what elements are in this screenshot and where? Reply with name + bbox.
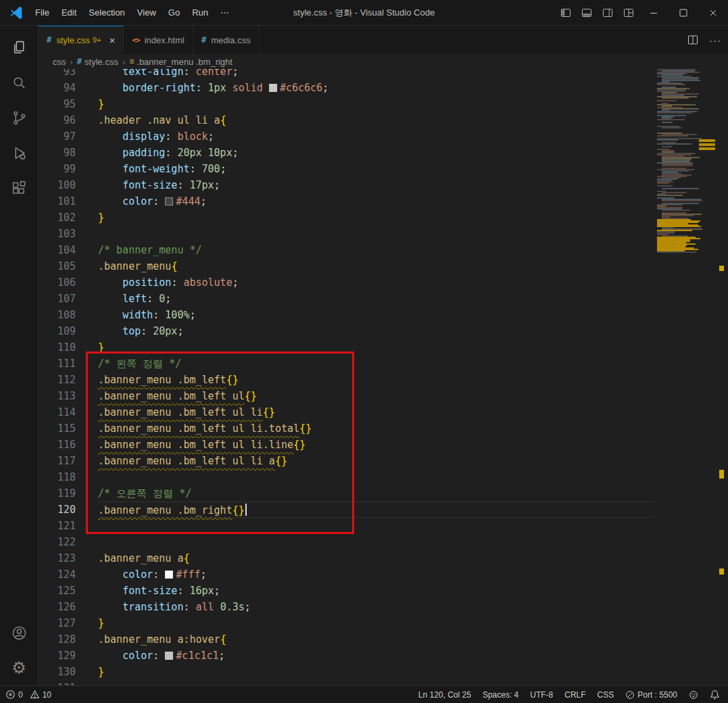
statusbar-cursor-position[interactable]: Ln 120, Col 25 (418, 690, 471, 700)
line-number[interactable]: 126 (39, 599, 98, 615)
tab-media.css[interactable]: #media.css (193, 26, 260, 54)
code-area[interactable]: 93 text-align: center;94 border-right: 1… (39, 69, 654, 685)
statusbar-end-of-line[interactable]: CRLF (564, 690, 585, 700)
line-number[interactable]: 99 (39, 161, 98, 177)
code-line[interactable]: 112.banner_menu .bm_left{} (39, 372, 654, 388)
line-number[interactable]: 112 (39, 372, 98, 388)
line-number[interactable]: 123 (39, 550, 98, 566)
line-number[interactable]: 113 (39, 388, 98, 404)
line-number[interactable]: 107 (39, 291, 98, 307)
activitybar-source-control[interactable] (0, 100, 39, 135)
line-number[interactable]: 116 (39, 437, 98, 453)
statusbar-encoding[interactable]: UTF-8 (530, 690, 553, 700)
line-number[interactable]: 121 (39, 518, 98, 534)
line-number[interactable]: 102 (39, 210, 98, 226)
close-icon[interactable]: × (110, 35, 116, 45)
code-line[interactable]: 102} (39, 210, 654, 226)
line-number[interactable]: 129 (39, 648, 98, 664)
statusbar-indentation[interactable]: Spaces: 4 (483, 690, 518, 700)
breadcrumb-item[interactable]: #style.css (77, 57, 118, 67)
code-line[interactable]: 94 border-right: 1px solid #c6c6c6; (39, 80, 654, 96)
code-line[interactable]: 116.banner_menu .bm_left ul li.line{} (39, 437, 654, 453)
line-number[interactable]: 119 (39, 485, 98, 502)
code-line[interactable]: 101 color: #444; (39, 193, 654, 210)
line-number[interactable]: 127 (39, 615, 98, 631)
code-line[interactable]: 120.banner_menu .bm_right{} (39, 502, 654, 518)
code-line[interactable]: 125 font-size: 16px; (39, 583, 654, 599)
code-line[interactable]: 107 left: 0; (39, 291, 654, 307)
breadcrumb-item[interactable]: ≡.banner_menu .bm_right (129, 57, 233, 67)
maximize-button[interactable] (669, 0, 698, 25)
line-number[interactable]: 109 (39, 323, 98, 339)
code-line[interactable]: 103 (39, 226, 654, 242)
line-number[interactable]: 93 (39, 69, 98, 80)
more-actions-button[interactable]: ··· (709, 34, 721, 46)
code-line[interactable]: 106 position: absolute; (39, 274, 654, 291)
code-line[interactable]: 105.banner_menu{ (39, 258, 654, 274)
line-number[interactable]: 131 (39, 680, 98, 685)
line-number[interactable]: 110 (39, 339, 98, 356)
menu-selection[interactable]: Selection (82, 0, 130, 25)
line-number[interactable]: 118 (39, 469, 98, 485)
code-line[interactable]: 95} (39, 96, 654, 112)
code-line[interactable]: 115.banner_menu .bm_left ul li.total{} (39, 420, 654, 437)
line-number[interactable]: 114 (39, 404, 98, 420)
code-line[interactable]: 128.banner_menu a:hover{ (39, 631, 654, 648)
code-line[interactable]: 108 width: 100%; (39, 307, 654, 323)
line-number[interactable]: 94 (39, 80, 98, 96)
tab-style.css[interactable]: #style.css9+× (39, 26, 124, 54)
statusbar-live-server-port[interactable]: Port : 5500 (625, 690, 677, 700)
code-line[interactable]: 104/* banner_menu */ (39, 242, 654, 258)
activitybar-settings[interactable]: ⚙ (0, 650, 39, 685)
code-line[interactable]: 113.banner_menu .bm_left ul{} (39, 388, 654, 404)
code-line[interactable]: 123.banner_menu a{ (39, 550, 654, 566)
statusbar-language-mode[interactable]: CSS (598, 690, 614, 700)
activitybar-search[interactable] (0, 65, 39, 100)
activitybar-explorer[interactable] (0, 30, 39, 65)
line-number[interactable]: 106 (39, 274, 98, 291)
line-number[interactable]: 125 (39, 583, 98, 599)
line-number[interactable]: 128 (39, 631, 98, 648)
toggle-panel-icon[interactable] (576, 0, 597, 25)
code-line[interactable]: 111/* 왼쪽 정렬 */ (39, 356, 654, 372)
line-number[interactable]: 111 (39, 356, 98, 372)
line-number[interactable]: 100 (39, 177, 98, 193)
line-number[interactable]: 108 (39, 307, 98, 323)
breadcrumb-item[interactable]: css (53, 57, 66, 67)
menu-file[interactable]: File (29, 0, 55, 25)
tab-index.html[interactable]: <>index.html (124, 26, 193, 54)
line-number[interactable]: 98 (39, 145, 98, 161)
code-line[interactable]: 131 (39, 680, 654, 685)
code-line[interactable]: 98 padding: 20px 10px; (39, 145, 654, 161)
code-line[interactable]: 121 (39, 518, 654, 534)
line-number[interactable]: 96 (39, 112, 98, 128)
code-line[interactable]: 119/* 오른쪽 정렬 */ (39, 485, 654, 502)
line-number[interactable]: 103 (39, 226, 98, 242)
minimap[interactable] (656, 69, 717, 685)
menu-edit[interactable]: Edit (55, 0, 82, 25)
line-number[interactable]: 97 (39, 128, 98, 145)
menu-go[interactable]: Go (162, 0, 186, 25)
code-line[interactable]: 93 text-align: center; (39, 69, 654, 80)
close-button[interactable] (698, 0, 728, 25)
customize-layout-icon[interactable] (618, 0, 639, 25)
code-line[interactable]: 130} (39, 664, 654, 680)
line-number[interactable]: 122 (39, 534, 98, 550)
code-line[interactable]: 97 display: block; (39, 128, 654, 145)
toggle-secondary-sidebar-icon[interactable] (597, 0, 618, 25)
code-line[interactable]: 118 (39, 469, 654, 485)
line-number[interactable]: 124 (39, 566, 98, 583)
activitybar-extensions[interactable] (0, 170, 39, 205)
minimize-button[interactable] (639, 0, 669, 25)
menu-run[interactable]: Run (186, 0, 214, 25)
code-line[interactable]: 100 font-size: 17px; (39, 177, 654, 193)
code-line[interactable]: 122 (39, 534, 654, 550)
menu-more[interactable]: ⋯ (214, 0, 235, 25)
code-line[interactable]: 110} (39, 339, 654, 356)
line-number[interactable]: 105 (39, 258, 98, 274)
line-number[interactable]: 115 (39, 420, 98, 437)
toggle-primary-sidebar-icon[interactable] (555, 0, 576, 25)
statusbar-notifications[interactable] (710, 689, 720, 700)
code-line[interactable]: 96.header .nav ul li a{ (39, 112, 654, 128)
line-number[interactable]: 104 (39, 242, 98, 258)
